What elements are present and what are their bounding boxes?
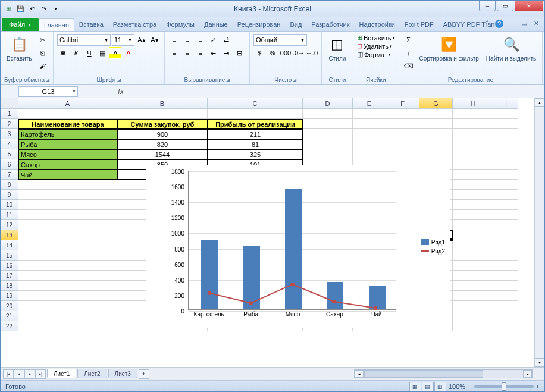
sheet-tab[interactable]: Лист3 — [108, 369, 137, 378]
cell[interactable] — [453, 159, 494, 170]
row-header[interactable]: 8 — [1, 180, 18, 190]
vertical-scrollbar[interactable]: ▲ ▼ — [534, 98, 544, 367]
cell[interactable] — [353, 139, 386, 149]
cell[interactable]: 81 — [208, 139, 303, 149]
cell[interactable]: Прибыль от реализации — [208, 119, 303, 129]
fill-color-icon[interactable]: A — [109, 47, 121, 59]
cell[interactable] — [453, 301, 494, 311]
cell[interactable] — [208, 109, 303, 119]
cell[interactable]: Наименование товара — [18, 119, 117, 129]
select-all-corner[interactable] — [1, 98, 18, 109]
align-left-icon[interactable]: ≡ — [168, 47, 180, 59]
cell[interactable] — [494, 149, 518, 159]
column-header[interactable]: E — [353, 98, 386, 109]
ribbon-tab-3[interactable]: Формулы — [161, 18, 199, 31]
cell[interactable] — [18, 240, 117, 250]
cell[interactable] — [353, 129, 386, 139]
cell[interactable]: Сахар — [18, 159, 117, 170]
cell[interactable] — [18, 261, 117, 271]
row-header[interactable]: 15 — [1, 250, 18, 261]
row-header[interactable]: 14 — [1, 240, 18, 250]
increase-font-icon[interactable]: A▴ — [136, 34, 148, 46]
cell[interactable]: 900 — [117, 129, 208, 139]
legend-item[interactable]: Ряд2 — [421, 248, 445, 255]
ribbon-tab-7[interactable]: Разработчик — [306, 18, 354, 31]
decrease-decimal-icon[interactable]: ←.0 — [306, 47, 318, 59]
number-format-combo[interactable]: Общий▼ — [253, 34, 307, 46]
cell[interactable] — [453, 261, 494, 271]
ribbon-tab-8[interactable]: Надстройки — [355, 18, 400, 31]
font-size-combo[interactable]: 11▼ — [112, 34, 134, 46]
new-sheet-icon[interactable]: ✦ — [139, 369, 149, 379]
cell[interactable]: Мясо — [18, 149, 117, 159]
cell[interactable] — [494, 281, 518, 291]
column-header[interactable]: B — [117, 98, 208, 109]
cell[interactable] — [18, 321, 117, 331]
cell[interactable] — [453, 180, 494, 190]
font-name-combo[interactable]: Calibri▼ — [57, 34, 111, 46]
fill-icon[interactable]: ↓ — [403, 47, 415, 59]
cell[interactable] — [453, 190, 494, 200]
horizontal-scrollbar[interactable]: ◂ ▸ — [354, 369, 533, 378]
underline-button[interactable]: Ч — [83, 47, 95, 59]
align-right-icon[interactable]: ≡ — [195, 47, 206, 59]
minimize-button[interactable]: ─ — [479, 1, 496, 11]
maximize-button[interactable]: ▭ — [497, 1, 513, 11]
cell[interactable] — [453, 210, 494, 220]
undo-icon[interactable]: ↶ — [27, 4, 37, 14]
align-center-icon[interactable]: ≡ — [181, 47, 193, 59]
cell[interactable] — [386, 149, 419, 159]
cell[interactable] — [494, 301, 518, 311]
cut-icon[interactable]: ✂ — [36, 34, 48, 46]
wrap-text-icon[interactable]: ⇄ — [221, 34, 233, 46]
row-header[interactable]: 22 — [1, 321, 18, 331]
clear-icon[interactable]: ⌫ — [403, 60, 415, 72]
cell[interactable] — [453, 250, 494, 261]
cell[interactable] — [453, 149, 494, 159]
cell[interactable] — [494, 261, 518, 271]
doc-restore-icon[interactable]: ▭ — [519, 19, 528, 28]
cell[interactable] — [494, 321, 518, 331]
styles-button[interactable]: ◫ Стили — [325, 34, 349, 63]
cell[interactable] — [453, 291, 494, 301]
decrease-font-icon[interactable]: A▾ — [149, 34, 161, 46]
column-header[interactable]: D — [303, 98, 353, 109]
ribbon-tab-9[interactable]: Foxit PDF — [400, 18, 438, 31]
cell[interactable] — [453, 281, 494, 291]
cell[interactable] — [453, 271, 494, 281]
row-header[interactable]: 3 — [1, 129, 18, 139]
cell[interactable] — [494, 230, 518, 240]
doc-close-icon[interactable]: ✕ — [532, 19, 541, 28]
row-header[interactable]: 2 — [1, 119, 18, 129]
page-layout-view-icon[interactable]: ▤ — [422, 382, 434, 391]
align-middle-icon[interactable]: ≡ — [181, 34, 193, 46]
cell[interactable] — [453, 230, 494, 240]
scroll-left-icon[interactable]: ◂ — [355, 370, 364, 378]
cell[interactable] — [494, 159, 518, 170]
align-top-icon[interactable]: ≡ — [168, 34, 180, 46]
cell[interactable] — [419, 129, 453, 139]
ribbon-tab-2[interactable]: Разметка стра — [108, 18, 161, 31]
format-painter-icon[interactable]: 🖌 — [36, 60, 48, 72]
ribbon-tab-0[interactable]: Главная — [39, 18, 74, 31]
help-icon[interactable]: ? — [495, 20, 503, 28]
cell[interactable] — [494, 109, 518, 119]
cell[interactable] — [494, 200, 518, 210]
increase-decimal-icon[interactable]: .0→ — [293, 47, 305, 59]
cell[interactable] — [453, 139, 494, 149]
cell[interactable] — [18, 301, 117, 311]
orientation-icon[interactable]: ⤢ — [208, 34, 220, 46]
clipboard-launcher-icon[interactable]: ◢ — [46, 77, 49, 83]
doc-minimize-icon[interactable]: ─ — [507, 19, 516, 28]
sort-filter-button[interactable]: 🔽 Сортировка и фильтр — [417, 34, 481, 63]
ribbon-tab-4[interactable]: Данные — [199, 18, 233, 31]
column-header[interactable]: G — [419, 98, 453, 109]
cell[interactable] — [494, 250, 518, 261]
find-select-button[interactable]: 🔍 Найти и выделить — [484, 34, 538, 63]
cell[interactable] — [18, 220, 117, 230]
cell[interactable] — [494, 190, 518, 200]
row-header[interactable]: 19 — [1, 291, 18, 301]
cell[interactable] — [386, 139, 419, 149]
worksheet-grid[interactable]: ABCDEFGHI 123456789101112131415161718192… — [1, 98, 544, 367]
cell[interactable] — [353, 149, 386, 159]
